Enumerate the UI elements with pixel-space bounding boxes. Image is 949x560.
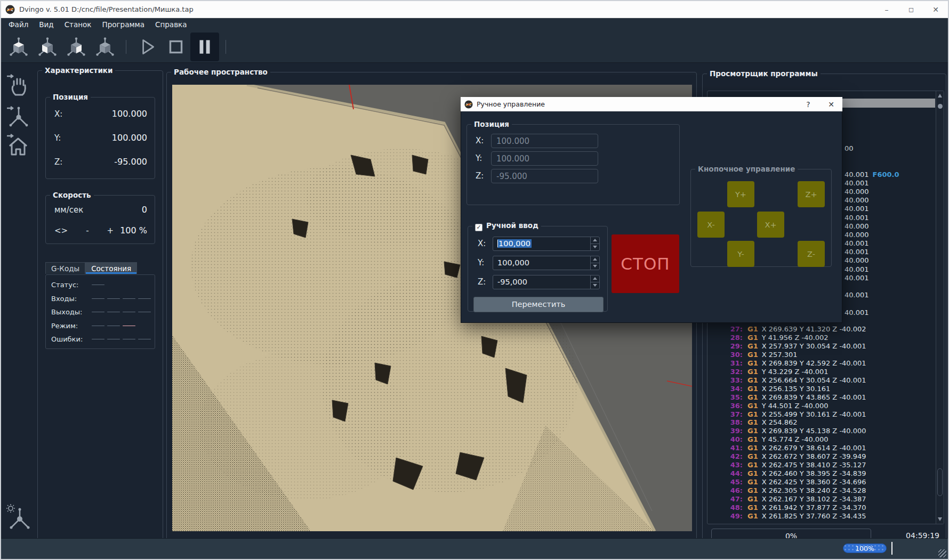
manual-input-checkbox[interactable]: ✓ — [475, 224, 482, 231]
move-button[interactable]: Переместить — [473, 297, 604, 312]
error-badge — [123, 339, 135, 339]
gcode-line[interactable]: 45: G1 X 262.425 Y 38.360 Z -34.696 — [707, 478, 944, 486]
scroll-up-icon[interactable] — [938, 94, 942, 98]
gcode-line[interactable]: 32: G1 Y 43.229 Z -40.001 — [707, 368, 944, 376]
axes-settings-tool[interactable] — [5, 503, 31, 531]
view-cube-left-button[interactable] — [33, 33, 62, 61]
gcode-line[interactable]: 30: G1 X 257.301 — [707, 351, 944, 359]
speed-unit-label: мм/сек — [54, 205, 83, 215]
gcode-fragment: 40.000 — [845, 196, 899, 205]
speed-increase-button[interactable]: + — [107, 226, 114, 236]
gcode-args: X 269.839 Y 42.592 Z -40.001 — [762, 359, 866, 368]
pan-hand-tool[interactable] — [5, 72, 31, 100]
scroll-down-icon[interactable] — [938, 517, 942, 521]
view-cube-top-button[interactable] — [4, 33, 33, 61]
spin-down-icon[interactable] — [593, 265, 597, 267]
view-cube-right-icon — [66, 36, 87, 58]
gcode-line[interactable]: 38: G1 X 254.862 — [707, 418, 944, 427]
gcode-args: X 262.679 Y 38.614 Z -40.001 — [762, 444, 866, 452]
spin-up-icon[interactable] — [593, 258, 597, 261]
gcode-command: G1 — [747, 342, 758, 351]
gcode-command: G1 — [747, 504, 758, 512]
gcode-line[interactable]: 39: G1 X 269.839 Y 45.138 Z -40.000 — [707, 427, 944, 435]
spin-up-icon[interactable] — [593, 277, 597, 280]
jog-y-minus-button[interactable]: Y- — [727, 241, 754, 267]
gcode-line-number: 48: — [707, 504, 743, 512]
gcode-line[interactable]: 42: G1 X 262.672 Y 38.607 Z -39.949 — [707, 452, 944, 461]
gcode-line[interactable]: 44: G1 X 262.460 Y 38.395 Z -34.839 — [707, 469, 944, 478]
spin-down-icon[interactable] — [593, 284, 597, 287]
toolbar — [1, 31, 948, 63]
manual-z-input[interactable]: -95,000 — [493, 275, 600, 289]
gcode-line[interactable]: 29: G1 X 257.937 Y 30.054 Z -40.001 — [707, 342, 944, 351]
gcode-line[interactable]: 36: G1 Y 44.501 Z -40.000 — [707, 402, 944, 410]
speed-range-icon[interactable]: <> — [54, 226, 68, 236]
menu-item[interactable]: Программа — [96, 19, 150, 30]
manual-y-input[interactable]: 100,000 — [493, 256, 600, 270]
resize-grip[interactable] — [938, 549, 946, 557]
gcode-command: G1 — [747, 359, 758, 368]
jog-z-plus-button[interactable]: Z+ — [798, 181, 825, 207]
dialog-help-button[interactable]: ? — [798, 97, 819, 111]
gcode-line[interactable]: 34: G1 X 256.135 Y 30.161 — [707, 385, 944, 393]
gcode-line[interactable]: 46: G1 X 262.305 Y 38.240 Z -34.528 — [707, 486, 944, 495]
pause-button[interactable] — [190, 33, 219, 61]
maximize-button[interactable]: ◻ — [899, 1, 923, 18]
menu-item[interactable]: Станок — [59, 19, 97, 30]
spin-arrows[interactable] — [590, 237, 599, 250]
zoom-level-indicator[interactable]: 100% — [843, 543, 887, 553]
gcode-line[interactable]: 33: G1 X 256.664 Y 30.054 Z -40.001 — [707, 376, 944, 385]
manual-x-input[interactable]: 100,000 — [493, 237, 600, 251]
gcode-line-number: 36: — [707, 402, 743, 410]
jog-control-title: Кнопочное управление — [695, 165, 798, 173]
spin-down-icon[interactable] — [593, 246, 597, 248]
dialog-titlebar[interactable]: Ручное управление ? ✕ — [461, 97, 842, 111]
stop-button[interactable] — [162, 33, 190, 61]
jog-x-minus-button[interactable]: X- — [697, 212, 725, 238]
spin-arrows[interactable] — [590, 275, 599, 289]
gcode-line[interactable]: 41: G1 X 262.679 Y 38.614 Z -40.001 — [707, 444, 944, 452]
menu-item[interactable]: Справка — [150, 19, 192, 30]
gcode-line[interactable]: 47: G1 X 262.167 Y 38.102 Z -34.387 — [707, 495, 944, 504]
gcode-line[interactable]: 28: G1 Y 41.956 Z -40.002 — [707, 334, 944, 342]
gcode-fragment: 40.001F600.0 — [845, 171, 899, 179]
close-button[interactable]: ✕ — [923, 1, 948, 18]
home-tool[interactable] — [5, 131, 31, 159]
tab-gcodes[interactable]: G-Коды — [45, 262, 85, 274]
gcode-command: G1 — [747, 325, 758, 334]
gcode-line[interactable]: 27: G1 X 269.639 Y 41.320 Z -40.002 — [707, 325, 944, 334]
dialog-close-button[interactable]: ✕ — [820, 97, 842, 111]
play-button[interactable] — [133, 33, 162, 61]
spin-up-icon[interactable] — [593, 239, 597, 241]
gcode-line[interactable]: 31: G1 X 269.839 Y 42.592 Z -40.001 — [707, 359, 944, 368]
jog-y-plus-button[interactable]: Y+ — [727, 181, 754, 207]
scrollbar-thumb[interactable] — [938, 104, 943, 109]
gcode-scrollbar[interactable] — [936, 91, 944, 524]
gcode-args: X 262.475 Y 38.410 Z -35.127 — [762, 461, 866, 469]
speed-rate-row: мм/сек 0 — [54, 205, 147, 215]
gcode-line[interactable]: 35: G1 X 269.839 Y 43.865 Z -40.001 — [707, 393, 944, 402]
gcode-line[interactable]: 37: G1 X 255.499 Y 30.161 Z -40.001 — [707, 410, 944, 419]
axes-origin-tool[interactable] — [5, 102, 31, 130]
error-badge — [107, 339, 120, 339]
gcode-line[interactable]: 43: G1 X 262.475 Y 38.410 Z -35.127 — [707, 461, 944, 469]
view-cube-right-button[interactable] — [62, 33, 91, 61]
menu-item[interactable]: Файл — [3, 19, 34, 30]
menu-item[interactable]: Вид — [34, 19, 59, 30]
tab-states[interactable]: Состояния — [85, 262, 137, 274]
pan-hand-icon — [5, 72, 31, 100]
jog-z-minus-button[interactable]: Z- — [798, 241, 825, 267]
jog-x-plus-button[interactable]: X+ — [757, 212, 784, 238]
minimize-button[interactable]: – — [874, 1, 899, 18]
gcode-args: X 269.839 Y 43.865 Z -40.001 — [762, 393, 866, 402]
stop-emergency-button[interactable]: СТОП — [612, 234, 679, 293]
gcode-line[interactable]: 49: G1 X 261.825 Y 37.760 Z -34.435 — [707, 512, 944, 521]
position-group: Позиция X: 100.000 Y: 100.000 Z: -95.000 — [45, 93, 155, 179]
view-cube-iso-button[interactable] — [91, 33, 119, 61]
spin-arrows[interactable] — [590, 256, 599, 270]
gcode-line[interactable]: 48: G1 X 261.942 Y 37.877 Z -34.370 — [707, 504, 944, 512]
dialog-x-readout: 100.000 — [491, 134, 598, 148]
gcode-fragment: 40.000 — [845, 231, 899, 239]
speed-decrease-button[interactable]: - — [86, 226, 89, 236]
gcode-line[interactable]: 40: G1 Y 45.774 Z -40.000 — [707, 435, 944, 444]
